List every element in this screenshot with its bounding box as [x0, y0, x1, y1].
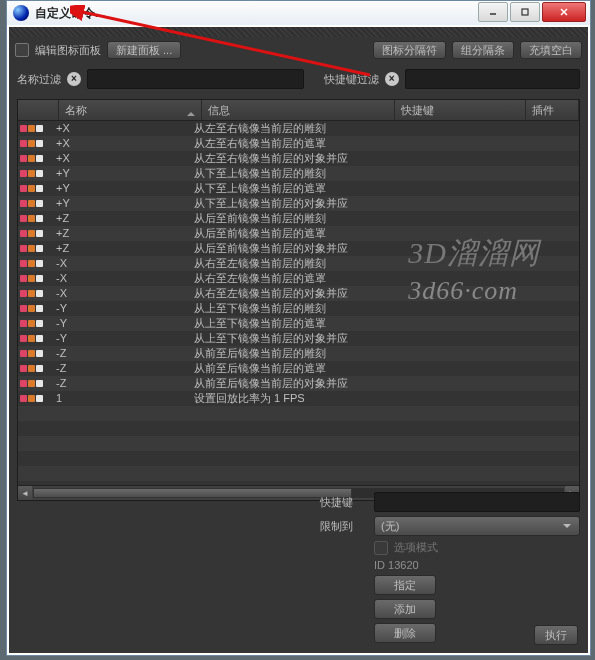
minimize-button[interactable] — [478, 2, 508, 22]
row-name: -Z — [52, 346, 190, 361]
row-shortcut — [378, 301, 504, 316]
table-row[interactable]: -X从右至左镜像当前层的对象并应 — [18, 286, 579, 301]
row-plugin — [504, 241, 579, 256]
table-row[interactable]: -Z从前至后镜像当前层的对象并应 — [18, 376, 579, 391]
shortcut-field-input[interactable] — [374, 492, 580, 512]
table-row[interactable]: 1设置回放比率为 1 FPS — [18, 391, 579, 406]
table-row[interactable]: -Y从上至下镜像当前层的遮罩 — [18, 316, 579, 331]
table-row[interactable]: +Y从下至上镜像当前层的雕刻 — [18, 166, 579, 181]
table-row[interactable]: +Z从后至前镜像当前层的遮罩 — [18, 226, 579, 241]
table-row[interactable]: -Y从上至下镜像当前层的对象并应 — [18, 331, 579, 346]
row-info: 从后至前镜像当前层的对象并应 — [190, 241, 378, 256]
row-info: 从上至下镜像当前层的遮罩 — [190, 316, 378, 331]
row-name: -Z — [52, 376, 190, 391]
execute-button[interactable]: 执行 — [534, 625, 578, 645]
group-separator-button[interactable]: 组分隔条 — [452, 41, 514, 59]
name-filter-label: 名称过滤 — [17, 72, 61, 87]
row-shortcut — [378, 241, 504, 256]
new-panel-button[interactable]: 新建面板 ... — [107, 41, 181, 59]
row-name: 1 — [52, 391, 190, 406]
table-row-empty — [18, 466, 579, 481]
restrict-dropdown[interactable]: (无) — [374, 516, 580, 536]
maximize-button[interactable] — [510, 2, 540, 22]
table-row-empty — [18, 451, 579, 466]
table-row[interactable]: +Y从下至上镜像当前层的遮罩 — [18, 181, 579, 196]
th-info[interactable]: 信息 — [202, 100, 395, 120]
row-name: -Z — [52, 361, 190, 376]
delete-button[interactable]: 删除 — [374, 623, 436, 643]
table-row[interactable]: -X从右至左镜像当前层的遮罩 — [18, 271, 579, 286]
fill-blank-button[interactable]: 充填空白 — [520, 41, 582, 59]
th-plugin[interactable]: 插件 — [526, 100, 579, 120]
row-plugin — [504, 196, 579, 211]
command-table: 名称 信息 快捷键 插件 +X从左至右镜像当前层的雕刻+X从左至右镜像当前层的遮… — [17, 99, 580, 501]
row-info: 从上至下镜像当前层的雕刻 — [190, 301, 378, 316]
table-row[interactable]: +Z从后至前镜像当前层的雕刻 — [18, 211, 579, 226]
th-name[interactable]: 名称 — [59, 100, 202, 120]
add-button[interactable]: 添加 — [374, 599, 436, 619]
row-plugin — [504, 136, 579, 151]
row-name: -Y — [52, 331, 190, 346]
titlebar[interactable]: 自定义命令... — [7, 1, 590, 25]
shortcut-filter-input[interactable] — [405, 69, 580, 89]
table-row[interactable]: +X从左至右镜像当前层的对象并应 — [18, 151, 579, 166]
grip-bar[interactable] — [9, 27, 588, 37]
row-shortcut — [378, 136, 504, 151]
row-info: 从前至后镜像当前层的遮罩 — [190, 361, 378, 376]
detail-form: 快捷键 限制到 (无) 选项模式 ID 13620 指定 添加 删除 — [320, 488, 580, 647]
clear-name-filter-icon[interactable]: × — [67, 72, 81, 86]
row-plugin — [504, 151, 579, 166]
row-plugin — [504, 271, 579, 286]
detail-panel: 快捷键 限制到 (无) 选项模式 ID 13620 指定 添加 删除 — [9, 482, 588, 653]
row-icons — [18, 286, 52, 301]
row-icons — [18, 181, 52, 196]
row-icons — [18, 346, 52, 361]
filter-row: 名称过滤 × 快捷键过滤 × — [9, 63, 588, 95]
row-shortcut — [378, 196, 504, 211]
icon-separator-button[interactable]: 图标分隔符 — [373, 41, 446, 59]
row-info: 从左至右镜像当前层的雕刻 — [190, 121, 378, 136]
edit-palette-label: 编辑图标面板 — [35, 43, 101, 58]
th-icons[interactable] — [18, 100, 59, 120]
row-shortcut — [378, 151, 504, 166]
row-shortcut — [378, 271, 504, 286]
row-icons — [18, 196, 52, 211]
table-row[interactable]: +X从左至右镜像当前层的遮罩 — [18, 136, 579, 151]
table-body[interactable]: +X从左至右镜像当前层的雕刻+X从左至右镜像当前层的遮罩+X从左至右镜像当前层的… — [18, 121, 579, 485]
row-plugin — [504, 256, 579, 271]
table-row[interactable]: +Z从后至前镜像当前层的对象并应 — [18, 241, 579, 256]
table-row[interactable]: -Z从前至后镜像当前层的遮罩 — [18, 361, 579, 376]
close-button[interactable] — [542, 2, 586, 22]
name-filter-input[interactable] — [87, 69, 304, 89]
row-name: +Z — [52, 241, 190, 256]
row-shortcut — [378, 226, 504, 241]
edit-palette-checkbox[interactable] — [15, 43, 29, 57]
assign-button[interactable]: 指定 — [374, 575, 436, 595]
app-icon — [13, 5, 29, 21]
table-row[interactable]: -Y从上至下镜像当前层的雕刻 — [18, 301, 579, 316]
table-row[interactable]: -Z从前至后镜像当前层的雕刻 — [18, 346, 579, 361]
row-name: +Z — [52, 211, 190, 226]
row-shortcut — [378, 286, 504, 301]
row-name: -X — [52, 271, 190, 286]
table-row-empty — [18, 421, 579, 436]
table-row[interactable]: +X从左至右镜像当前层的雕刻 — [18, 121, 579, 136]
table-row[interactable]: -X从右至左镜像当前层的雕刻 — [18, 256, 579, 271]
restrict-value: (无) — [381, 519, 399, 534]
row-icons — [18, 361, 52, 376]
table-row[interactable]: +Y从下至上镜像当前层的对象并应 — [18, 196, 579, 211]
row-info: 从后至前镜像当前层的遮罩 — [190, 226, 378, 241]
row-shortcut — [378, 316, 504, 331]
row-shortcut — [378, 361, 504, 376]
row-icons — [18, 391, 52, 406]
row-name: -Y — [52, 301, 190, 316]
clear-shortcut-filter-icon[interactable]: × — [385, 72, 399, 86]
shortcut-field-label: 快捷键 — [320, 495, 366, 510]
row-info: 从上至下镜像当前层的对象并应 — [190, 331, 378, 346]
row-info: 从左至右镜像当前层的对象并应 — [190, 151, 378, 166]
th-shortcut[interactable]: 快捷键 — [395, 100, 526, 120]
row-name: -X — [52, 256, 190, 271]
option-mode-checkbox[interactable] — [374, 541, 388, 555]
row-plugin — [504, 376, 579, 391]
shortcut-filter-label: 快捷键过滤 — [324, 72, 379, 87]
